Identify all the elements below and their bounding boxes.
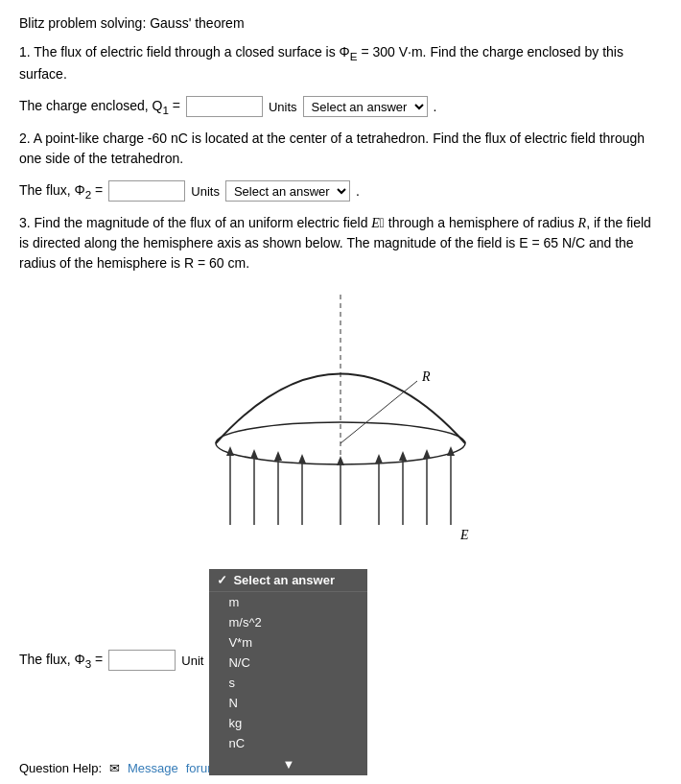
problem-2-units-label: Units: [191, 184, 220, 199]
dropdown-item-nc[interactable]: N/C: [209, 653, 367, 673]
dropdown-item-ms2[interactable]: m/s^2: [209, 612, 367, 632]
problem-2-text: 2. A point-like charge -60 nC is located…: [19, 129, 662, 169]
diagram-container: R E: [19, 285, 662, 554]
problem-2-statement: 2. A point-like charge -60 nC is located…: [19, 131, 645, 166]
hemisphere-diagram: R E: [177, 285, 504, 554]
problem-2-input[interactable]: [108, 180, 185, 202]
message-icon: ✉: [109, 761, 120, 775]
dropdown-item-n[interactable]: N: [209, 693, 367, 713]
problem-3-statement: 3. Find the magnitude of the flux of an …: [19, 215, 651, 271]
svg-marker-8: [274, 451, 282, 461]
problem-1-input[interactable]: [186, 96, 263, 117]
checkmark-icon: ✓: [217, 573, 227, 587]
svg-marker-10: [298, 454, 306, 463]
problem-2-label: The flux, Φ2 =: [19, 182, 103, 201]
dropdown-item-nc2[interactable]: nC: [209, 733, 367, 753]
problem-2-answer-row: The flux, Φ2 = Units Select an answer m …: [19, 180, 662, 202]
dropdown-item-vm[interactable]: V*m: [209, 632, 367, 653]
dropdown-scroll-down[interactable]: ▼: [209, 753, 367, 775]
problem-1-units-label: Units: [269, 100, 297, 114]
svg-marker-12: [337, 456, 344, 465]
r-label: R: [421, 369, 431, 384]
problem-3-answer-row: The flux, Φ3 = Unit ✓ Select an answer m…: [19, 569, 662, 751]
svg-marker-16: [399, 451, 407, 461]
dropdown-item-s[interactable]: s: [209, 673, 367, 693]
svg-marker-18: [423, 449, 431, 459]
problem-3-text: 3. Find the magnitude of the flux of an …: [19, 213, 662, 273]
problem-1-period: .: [434, 99, 437, 114]
svg-line-2: [340, 381, 417, 443]
problem-3-units-label: Unit: [181, 653, 203, 668]
dropdown-item-kg[interactable]: kg: [209, 713, 367, 733]
svg-marker-4: [226, 446, 234, 456]
e-label: E: [459, 528, 469, 542]
svg-marker-14: [375, 454, 383, 463]
question-help-label: Question Help:: [19, 761, 102, 775]
dropdown-item-m[interactable]: m: [209, 592, 367, 612]
problem-1-answer-row: The charge enclosed, Q1 = Units Select a…: [19, 96, 662, 117]
problem-1-units-select[interactable]: Select an answer m m/s^2 V*m N/C s N kg …: [303, 96, 428, 117]
page-title: Blitz problem solving: Gauss' theorem: [19, 15, 662, 31]
problem-1-label: The charge enclosed, Q1 =: [19, 98, 180, 116]
problem-1-statement: 1. The flux of electric field through a …: [19, 44, 623, 82]
dropdown-header[interactable]: ✓ Select an answer: [209, 569, 367, 592]
svg-marker-20: [447, 446, 455, 456]
problem-3-label: The flux, Φ3 =: [19, 652, 103, 670]
problem-2-period: .: [356, 183, 360, 199]
svg-marker-6: [250, 449, 258, 459]
problem-2-units-select[interactable]: Select an answer m m/s^2 V*m N/C s N kg …: [225, 180, 350, 202]
dropdown-header-label: Select an answer: [233, 573, 335, 587]
units-dropdown: ✓ Select an answer m m/s^2 V*m N/C s N k…: [209, 569, 367, 775]
problem-1-text: 1. The flux of electric field through a …: [19, 42, 662, 84]
problem-3-input[interactable]: [108, 650, 176, 671]
message-link[interactable]: Message: [128, 761, 178, 775]
